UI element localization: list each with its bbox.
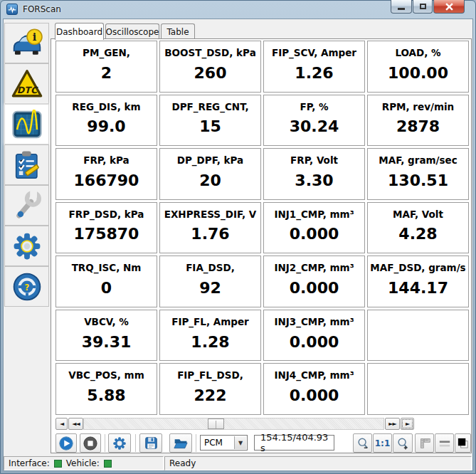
sidebar-item-vehicle-info[interactable]: i [4,23,49,63]
close-icon [445,3,453,11]
pid-cell[interactable]: FP, %30.24 [263,95,365,147]
double-arrow-right-icon: ►► [388,421,396,427]
scrollbar-thumb[interactable] [208,418,224,429]
app-status-panel: Ready [164,456,472,470]
zoom-in-button[interactable] [393,433,413,453]
chevron-down-icon[interactable]: ▼ [234,436,246,449]
zoom-out-button[interactable] [353,433,372,453]
tab-oscilloscope[interactable]: Oscilloscope [105,23,159,39]
pid-value: 5.88 [87,381,125,414]
open-log-button[interactable] [169,433,192,453]
scroll-step-right-button[interactable]: ► [401,418,414,430]
tab-label: Oscilloscope [106,27,159,37]
pid-value: 222 [194,381,227,414]
pid-label: FIP_FL_DSD, [177,369,243,381]
pid-label: INJ2_CMP, mm³ [274,262,354,273]
pid-cell[interactable]: MAF, Volt4.28 [367,202,469,254]
pid-cell[interactable]: VBC_POS, mm5.88 [55,363,157,415]
record-settings-button[interactable] [108,433,131,453]
pid-cell[interactable]: FIP_FL, Amper1.28 [159,310,261,362]
pid-cell[interactable]: FRP, Volt3.30 [263,148,365,200]
pid-value: 39.31 [82,327,132,361]
pid-cell[interactable]: INJ2_CMP, mm³0.000 [263,256,365,307]
pid-cell[interactable]: FIA_DSD,92 [159,256,261,307]
pid-cell[interactable]: FIP_FL_DSD,222 [159,363,261,415]
playback-time-field[interactable]: 154.15/404.93 s [254,435,334,451]
pid-cell-empty[interactable] [367,363,469,415]
pid-value: 20 [199,166,221,199]
scroll-step-left-button[interactable]: ◄ [55,418,68,430]
pid-value: 1.28 [191,327,229,361]
pid-label: LOAD, % [395,47,440,58]
pid-value: 260 [194,58,227,92]
toolbar-separator [135,434,136,452]
sidebar-item-service[interactable] [4,185,49,226]
pid-value: 4.28 [398,220,437,253]
pid-cell[interactable]: MAF, gram/sec130.51 [367,148,469,200]
pid-cell[interactable]: EXHPRESS_DIF, V1.76 [159,202,261,254]
pid-label: REG_DIS, km [72,101,140,112]
color-swatch-icon [457,437,469,449]
pid-value: 30.24 [290,112,339,146]
pid-value: 2 [101,58,112,92]
module-select[interactable]: PCM ▼ [200,435,248,451]
folder-icon [174,437,188,450]
sidebar-item-help[interactable]: ? [4,266,49,307]
module-select-value: PCM [204,438,223,448]
tab-table[interactable]: Table [161,23,195,39]
wrench-icon [11,191,43,221]
measure-button[interactable] [415,433,434,453]
close-button[interactable] [433,0,465,14]
pid-cell[interactable]: FIP_SCV, Amper1.26 [263,41,365,93]
pid-cell[interactable]: MAF_DSD, gram/s144.17 [367,256,469,307]
pid-label: INJ4_CMP, mm³ [274,369,354,381]
scroll-page-left-button[interactable]: ◄◄ [68,418,83,430]
sidebar-item-tests[interactable] [4,144,49,185]
status-text: Ready [169,458,196,468]
toolbar-separator [196,434,196,452]
pid-cell[interactable]: DP_DPF, kPa20 [159,148,261,200]
stop-icon [83,436,97,451]
pid-cell[interactable]: INJ3_CMP, mm³0.000 [263,310,365,362]
zoom-ratio-label: 1:1 [375,438,391,448]
stop-button[interactable] [80,433,101,453]
arrow-right-icon: ► [406,421,409,427]
line-style-button[interactable] [435,433,454,453]
pid-cell-empty[interactable] [367,310,469,362]
save-log-button[interactable] [139,433,162,453]
play-icon [59,436,73,451]
pid-cell[interactable]: TRQ_ISC, Nm0 [55,256,157,307]
tab-dashboard[interactable]: Dashboard [55,23,104,40]
color-picker-button[interactable] [455,433,471,453]
zoom-reset-button[interactable]: 1:1 [373,433,392,453]
pid-grid: PM_GEN,2 BOOST_DSD, kPa260 FIP_SCV, Ampe… [55,41,469,415]
pid-cell[interactable]: FRP, kPa166790 [55,148,157,200]
sidebar-item-settings[interactable] [4,226,49,266]
svg-text:DTC: DTC [16,84,38,95]
scroll-page-right-button[interactable]: ►► [385,418,400,430]
minimize-icon [398,8,405,10]
pid-cell[interactable]: RPM, rev/min2878 [367,95,469,147]
pid-label: INJ3_CMP, mm³ [274,316,354,327]
minimize-button[interactable] [391,0,412,14]
play-button[interactable] [55,433,77,453]
scrollbar-track[interactable] [83,418,384,430]
maximize-button[interactable] [413,0,433,14]
pid-cell[interactable]: FRP_DSD, kPa175870 [55,202,157,254]
sidebar-item-oscilloscope[interactable] [4,104,49,144]
pid-cell[interactable]: PM_GEN,2 [55,41,157,93]
pid-cell[interactable]: VBCV, %39.31 [55,310,157,362]
sidebar-item-dtc[interactable]: DTC [4,63,49,104]
interface-label: Interface: [9,458,50,468]
pid-cell[interactable]: DPF_REG_CNT,15 [159,95,261,147]
pid-value: 0.000 [290,381,339,414]
pid-cell[interactable]: INJ1_CMP, mm³0.000 [263,202,365,254]
toolbar-separator [105,434,105,452]
pid-cell[interactable]: REG_DIS, km99.0 [55,95,157,147]
svg-text:i: i [32,31,36,43]
pid-cell[interactable]: BOOST_DSD, kPa260 [159,41,261,93]
pid-value: 2878 [396,112,440,146]
zoom-in-icon [396,437,409,450]
pid-cell[interactable]: INJ4_CMP, mm³0.000 [263,363,365,415]
pid-cell[interactable]: LOAD, %100.00 [367,41,469,93]
